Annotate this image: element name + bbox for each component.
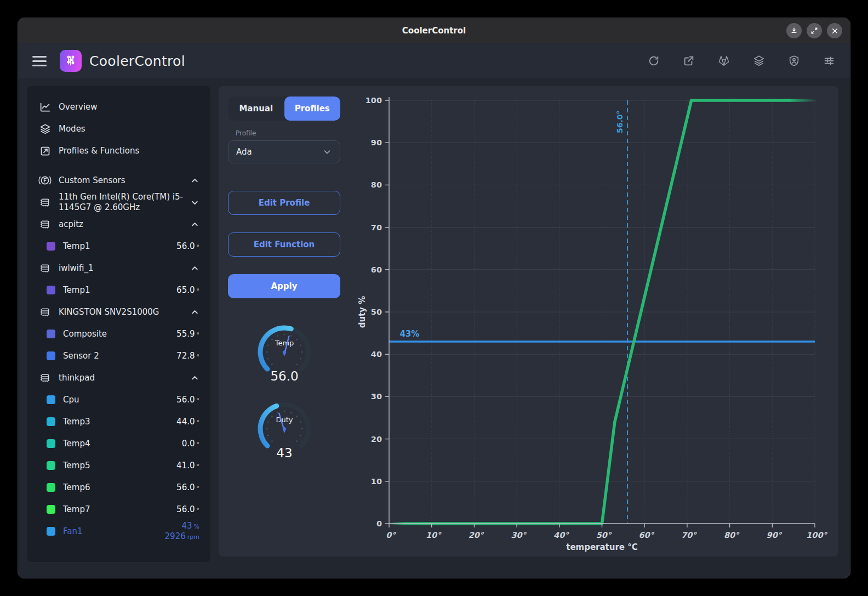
sensor-row-fan1[interactable]: Fan1 43% 2926rpm <box>35 520 203 542</box>
svg-text:50°: 50° <box>596 531 612 540</box>
download-icon <box>790 27 798 35</box>
svg-text:10°: 10° <box>426 531 442 540</box>
sidebar-item-custom-sensors[interactable]: Custom Sensors <box>35 169 203 191</box>
mode-tabs: Manual Profiles <box>228 97 340 121</box>
chip-icon <box>38 219 52 230</box>
temp-gauge: Temp 56.0 <box>252 321 317 396</box>
sensor-row-temp1[interactable]: Temp1 65.0° <box>35 279 203 301</box>
chip-icon <box>38 372 52 383</box>
chevron-up-icon[interactable] <box>190 176 199 185</box>
svg-text:20°: 20° <box>469 531 484 540</box>
main-panel: 56.0°43%01020304050607080901000°10°20°30… <box>219 86 838 557</box>
chip-icon <box>38 197 52 208</box>
svg-text:Duty: Duty <box>276 416 293 424</box>
profile-select-value: Ada <box>236 147 252 157</box>
chevron-up-icon[interactable] <box>190 264 199 273</box>
edit-function-button[interactable]: Edit Function <box>228 232 340 257</box>
svg-text:90°: 90° <box>767 531 783 540</box>
svg-text:Temp: Temp <box>274 339 294 347</box>
menu-toggle-button[interactable] <box>32 56 47 66</box>
sensor-row-temp3[interactable]: Temp3 44.0° <box>35 411 203 433</box>
svg-text:40°: 40° <box>553 531 569 540</box>
sidebar: Overview Modes Profiles & Functions Cust… <box>27 86 210 562</box>
svg-text:70°: 70° <box>681 531 697 540</box>
svg-text:56.0: 56.0 <box>270 369 298 383</box>
sensor-row-temp6[interactable]: Temp6 56.0° <box>35 476 203 498</box>
sensor-color-swatch <box>47 527 55 536</box>
chevron-up-icon[interactable] <box>190 220 199 229</box>
gauges: Temp 56.0 Duty 43 <box>228 321 340 473</box>
access-protection-button[interactable] <box>787 54 801 67</box>
sliders-icon <box>823 55 835 67</box>
svg-text:56.0°: 56.0° <box>615 110 624 133</box>
device-row[interactable]: KINGSTON SNV2S1000G <box>35 301 203 323</box>
cooler-control-logo-icon <box>64 54 77 67</box>
refresh-button[interactable] <box>647 54 660 67</box>
chip-icon <box>38 263 52 274</box>
chip-icon <box>38 306 52 317</box>
profile-select[interactable]: Ada <box>228 140 340 163</box>
chevron-down-icon <box>322 147 332 157</box>
refresh-icon <box>648 55 660 67</box>
chevron-up-icon[interactable] <box>190 373 199 383</box>
line-chart-icon <box>38 101 52 113</box>
edit-profile-button[interactable]: Edit Profile <box>228 191 340 215</box>
svg-text:70: 70 <box>371 223 382 232</box>
app-title: CoolerControl <box>89 53 185 69</box>
device-row[interactable]: 11th Gen Intel(R) Core(TM) i5-1145G7 @ 2… <box>35 191 203 213</box>
chevron-down-icon[interactable] <box>190 198 199 207</box>
tab-manual[interactable]: Manual <box>228 97 284 121</box>
sensor-row-temp7[interactable]: Temp7 56.0° <box>35 498 203 520</box>
sensor-row-sensor-2[interactable]: Sensor 2 72.8° <box>35 345 203 367</box>
apply-button[interactable]: Apply <box>228 274 340 298</box>
open-external-button[interactable] <box>682 54 695 67</box>
svg-text:80: 80 <box>371 180 382 189</box>
svg-text:50: 50 <box>371 308 382 316</box>
controls-column: Manual Profiles Profile Ada Edit Profile… <box>228 97 340 473</box>
sensor-color-swatch <box>47 330 55 338</box>
sensor-row-cpu[interactable]: Cpu 56.0° <box>35 389 203 411</box>
gitlab-link-button[interactable] <box>717 54 730 67</box>
modes-shortcut-button[interactable] <box>752 54 766 67</box>
titlebar: CoolerControl <box>18 18 850 43</box>
close-icon <box>831 27 838 35</box>
settings-button[interactable] <box>823 54 836 67</box>
device-row[interactable]: iwlwifi_1 <box>35 257 203 279</box>
duty-gauge: Duty 43 <box>252 398 317 473</box>
tab-profiles[interactable]: Profiles <box>284 97 341 121</box>
sidebar-item-profiles-functions[interactable]: Profiles & Functions <box>35 140 203 162</box>
svg-text:43%: 43% <box>399 329 419 339</box>
device-row[interactable]: acpitz <box>35 213 203 235</box>
sidebar-item-overview[interactable]: Overview <box>35 96 203 118</box>
sidebar-item-modes[interactable]: Modes <box>35 118 203 140</box>
sensor-color-swatch <box>47 483 55 492</box>
layers-icon <box>38 123 52 135</box>
device-row[interactable]: thinkpad <box>35 367 203 389</box>
app-logo <box>60 50 82 72</box>
sensor-row-temp1[interactable]: Temp1 56.0° <box>35 235 203 257</box>
layers-icon <box>753 55 765 67</box>
sensor-color-swatch <box>47 351 55 360</box>
svg-text:100: 100 <box>366 96 382 105</box>
svg-text:10: 10 <box>371 477 382 486</box>
svg-text:80°: 80° <box>724 531 740 540</box>
sensor-color-swatch <box>47 417 55 426</box>
close-button[interactable] <box>827 23 842 38</box>
svg-text:0°: 0° <box>386 531 396 540</box>
chevron-up-icon[interactable] <box>190 308 199 317</box>
window-title: CoolerControl <box>402 26 466 36</box>
sensor-color-swatch <box>47 505 55 514</box>
sensor-color-swatch <box>47 395 55 404</box>
expand-icon <box>810 27 818 35</box>
svg-text:40: 40 <box>371 350 382 359</box>
sensor-row-temp5[interactable]: Temp5 41.0° <box>35 455 203 476</box>
profile-field-label: Profile <box>236 129 340 137</box>
minimize-to-tray-button[interactable] <box>786 23 802 38</box>
sensor-row-composite[interactable]: Composite 55.9° <box>35 323 203 345</box>
svg-text:temperature °C: temperature °C <box>566 542 638 552</box>
gitlab-icon <box>718 55 730 67</box>
svg-text:43: 43 <box>276 446 292 460</box>
maximize-button[interactable] <box>807 23 822 38</box>
sensor-color-swatch <box>47 439 55 448</box>
sensor-row-temp4[interactable]: Temp4 0.0° <box>35 433 203 455</box>
